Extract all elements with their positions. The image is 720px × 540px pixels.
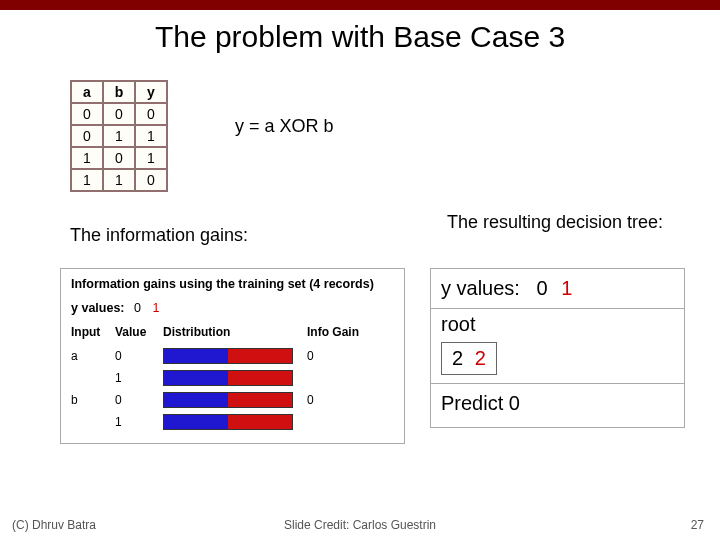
table-row: 0 1 1 xyxy=(71,125,167,147)
slide-footer: (C) Dhruv Batra Slide Credit: Carlos Gue… xyxy=(0,518,720,532)
tree-root-label: root xyxy=(441,313,674,336)
ig-dist-bar xyxy=(163,345,303,367)
tree-yvalues: y values: 0 1 xyxy=(431,269,684,308)
table-row: 0 0 0 xyxy=(71,103,167,125)
ig-input: b xyxy=(71,390,111,410)
ig-value: 0 xyxy=(115,346,159,366)
xor-col-a: a xyxy=(71,81,103,103)
ig-value: 0 xyxy=(115,390,159,410)
ig-input xyxy=(71,375,111,381)
ig-value: 1 xyxy=(115,368,159,388)
footer-copyright: (C) Dhruv Batra xyxy=(12,518,96,532)
tree-prediction: Predict 0 xyxy=(431,384,684,427)
ig-yvalues: y values: 0 1 xyxy=(71,301,394,315)
ig-gain: 0 xyxy=(307,346,377,366)
ig-col-dist: Distribution xyxy=(163,325,303,345)
table-row: 1 0 1 xyxy=(71,147,167,169)
ig-yvals-label: y values: xyxy=(71,301,125,315)
xor-col-y: y xyxy=(135,81,167,103)
footer-credit: Slide Credit: Carlos Guestrin xyxy=(0,518,720,532)
ig-gain xyxy=(307,419,377,425)
ig-yvals-1: 1 xyxy=(152,301,159,315)
xor-equation: y = a XOR b xyxy=(235,116,334,137)
tree-count-0: 2 xyxy=(452,347,463,369)
tree-root-area: root 2 2 xyxy=(431,309,684,383)
ig-dist-bar xyxy=(163,389,303,411)
footer-page-number: 27 xyxy=(691,518,704,532)
info-gains-heading: The information gains: xyxy=(70,225,248,246)
tree-yvals-0: 0 xyxy=(537,277,548,299)
xor-col-b: b xyxy=(103,81,135,103)
ig-input: a xyxy=(71,346,111,366)
ig-title: Information gains using the training set… xyxy=(71,277,394,291)
tree-count-1: 2 xyxy=(475,347,486,369)
ig-gain xyxy=(307,375,377,381)
ig-col-input: Input xyxy=(71,325,111,345)
tree-yvals-1: 1 xyxy=(561,277,572,299)
tree-heading: The resulting decision tree: xyxy=(445,212,665,233)
table-row: 1 1 0 xyxy=(71,169,167,191)
decision-tree-panel: y values: 0 1 root 2 2 Predict 0 xyxy=(430,268,685,428)
ig-dist-bar xyxy=(163,367,303,389)
ig-table: Input Value Distribution Info Gain a 0 0… xyxy=(71,325,394,433)
tree-yvals-label: y values: xyxy=(441,277,520,299)
tree-root-node: 2 2 xyxy=(441,342,497,375)
xor-truth-table: a b y 0 0 0 0 1 1 1 0 1 1 1 0 xyxy=(70,80,168,192)
ig-col-value: Value xyxy=(115,325,159,345)
ig-input xyxy=(71,419,111,425)
top-accent-bar xyxy=(0,0,720,10)
ig-col-gain: Info Gain xyxy=(307,325,377,345)
ig-gain: 0 xyxy=(307,390,377,410)
ig-dist-bar xyxy=(163,411,303,433)
xor-table-region: a b y 0 0 0 0 1 1 1 0 1 1 1 0 xyxy=(70,80,168,192)
info-gain-panel: Information gains using the training set… xyxy=(60,268,405,444)
ig-yvals-0: 0 xyxy=(134,301,141,315)
ig-value: 1 xyxy=(115,412,159,432)
page-title: The problem with Base Case 3 xyxy=(0,10,720,62)
